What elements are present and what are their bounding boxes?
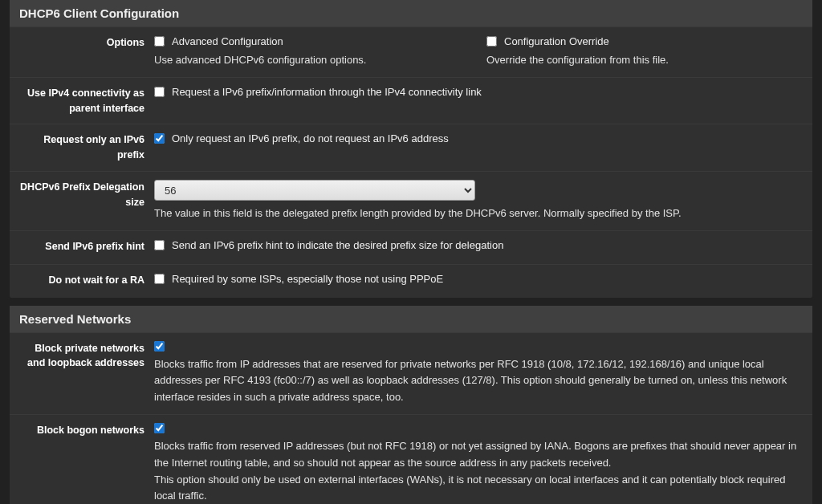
no-wait-ra-checkbox[interactable] xyxy=(154,274,165,284)
row-prefix-hint: Send IPv6 prefix hint Send an IPv6 prefi… xyxy=(10,230,812,264)
delegation-size-select[interactable]: 56 xyxy=(154,180,475,201)
label-no-wait-ra: Do not wait for a RA xyxy=(10,273,154,290)
advanced-config-label: Advanced Configuration xyxy=(172,35,283,47)
only-prefix-checkbox[interactable] xyxy=(154,133,165,144)
block-bogon-checkbox[interactable] xyxy=(154,423,165,433)
block-bogon-help1: Blocks traffic from reserved IP addresse… xyxy=(154,438,803,472)
label-only-prefix: Request only an IPv6 prefix xyxy=(10,132,154,163)
row-block-private: Block private networks and loopback addr… xyxy=(10,332,812,414)
prefix-hint-checkbox[interactable] xyxy=(154,240,165,250)
config-override-checkbox[interactable] xyxy=(486,36,497,47)
label-prefix-hint: Send IPv6 prefix hint xyxy=(10,239,154,256)
advanced-config-checkbox[interactable] xyxy=(154,36,165,47)
ipv4-link-check-label: Request a IPv6 prefix/information throug… xyxy=(172,86,482,98)
row-block-bogon: Block bogon networks Blocks traffic from… xyxy=(10,414,812,504)
label-ipv4-link: Use IPv4 connectivity as parent interfac… xyxy=(10,86,154,116)
block-private-help: Blocks traffic from IP addresses that ar… xyxy=(154,356,803,406)
block-private-checkbox[interactable] xyxy=(154,341,165,352)
reserved-networks-panel: Reserved Networks Block private networks… xyxy=(10,306,812,504)
panel-title-reserved: Reserved Networks xyxy=(10,306,812,332)
advanced-config-help: Use advanced DHCPv6 configuration option… xyxy=(154,52,470,69)
row-only-prefix: Request only an IPv6 prefix Only request… xyxy=(10,124,812,171)
delegation-size-help: The value in this field is the delegated… xyxy=(154,205,803,222)
only-prefix-check-label: Only request an IPv6 prefix, do not requ… xyxy=(172,132,449,144)
config-override-label: Configuration Override xyxy=(504,35,609,47)
no-wait-ra-check-label: Required by some ISPs, especially those … xyxy=(172,273,443,285)
config-override-help: Override the configuration from this fil… xyxy=(486,52,803,69)
label-block-private: Block private networks and loopback addr… xyxy=(10,341,154,406)
label-delegation-size: DHCPv6 Prefix Delegation size xyxy=(10,180,154,222)
panel-title-dhcp6: DHCP6 Client Configuration xyxy=(10,0,812,26)
dhcp6-client-config-panel: DHCP6 Client Configuration Options Advan… xyxy=(10,0,812,298)
ipv4-link-checkbox[interactable] xyxy=(154,87,165,97)
prefix-hint-check-label: Send an IPv6 prefix hint to indicate the… xyxy=(172,239,503,251)
row-delegation-size: DHCPv6 Prefix Delegation size 56 The val… xyxy=(10,171,812,230)
label-options: Options xyxy=(10,35,154,69)
row-ipv4-link: Use IPv4 connectivity as parent interfac… xyxy=(10,77,812,124)
row-no-wait-ra: Do not wait for a RA Required by some IS… xyxy=(10,264,812,298)
block-bogon-help2: This option should only be used on exter… xyxy=(154,472,803,504)
label-block-bogon: Block bogon networks xyxy=(10,423,154,504)
row-options: Options Advanced Configuration Use advan… xyxy=(10,26,812,77)
